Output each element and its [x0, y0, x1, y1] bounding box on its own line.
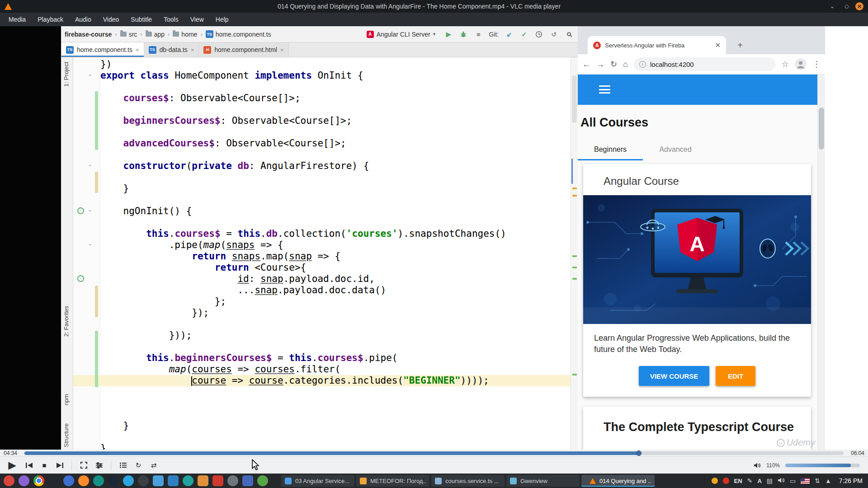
stop-button[interactable]: ■: [474, 30, 483, 39]
code-line[interactable]: ...snap.payload.doc.data(): [100, 285, 571, 296]
shuffle-button[interactable]: ⇄: [147, 459, 160, 472]
pen-tray-icon[interactable]: ✎: [747, 477, 753, 484]
toolbox-tray-icon[interactable]: [712, 478, 718, 484]
gray-app-icon[interactable]: [227, 475, 238, 486]
green-app-icon[interactable]: [257, 475, 268, 486]
menu-item-subtitle[interactable]: Subtitle: [125, 13, 158, 26]
menu-item-help[interactable]: Help: [210, 13, 235, 26]
code-line[interactable]: [100, 386, 571, 398]
code-line[interactable]: }: [100, 420, 571, 432]
code-line[interactable]: [100, 398, 571, 409]
code-line[interactable]: [100, 81, 571, 93]
menu-item-tools[interactable]: Tools: [158, 13, 184, 26]
implements-marker-icon[interactable]: ↑: [77, 207, 84, 214]
profile-avatar[interactable]: [795, 58, 807, 70]
undo-button[interactable]: ↺: [549, 30, 558, 39]
panel-hide-icon[interactable]: ▲: [825, 477, 831, 484]
code-line[interactable]: course => course.categories.includes("BE…: [100, 375, 571, 386]
play-button[interactable]: ▶: [5, 459, 20, 472]
code-line[interactable]: }: [100, 443, 571, 450]
run-button[interactable]: ▶: [444, 30, 453, 39]
code-line[interactable]: }: [100, 183, 571, 194]
breadcrumb-home[interactable]: home: [173, 31, 197, 38]
code-line[interactable]: [100, 409, 571, 420]
code-line[interactable]: return <Course>{: [100, 262, 571, 273]
font-tray-icon[interactable]: A: [757, 478, 761, 484]
code-line[interactable]: this.beginnersCourses$ = this.courses$.p…: [100, 352, 571, 364]
editor-tab-home-component-ts[interactable]: TShome.component.ts×: [61, 42, 144, 57]
fullscreen-button[interactable]: [77, 459, 90, 472]
address-bar[interactable]: i localhost:4200: [634, 57, 776, 71]
close-tab-icon[interactable]: ×: [136, 47, 139, 53]
menu-item-view[interactable]: View: [184, 13, 210, 26]
clipboard-tray-icon[interactable]: ▤: [767, 477, 773, 484]
code-line[interactable]: };: [100, 296, 571, 307]
code-line[interactable]: .pipe(map(snaps => {: [100, 239, 571, 251]
code-line[interactable]: advancedCourses$: Observable<Course[]>;: [100, 138, 571, 149]
volume-icon[interactable]: [751, 459, 764, 472]
blue-app-icon[interactable]: [63, 475, 74, 486]
security-tray-icon[interactable]: [723, 478, 729, 484]
new-tab-button[interactable]: +: [734, 40, 746, 51]
page-scrollbar-thumb[interactable]: [819, 108, 824, 150]
taskbar-window-angular-service[interactable]: 03 Angular Service...: [281, 475, 354, 487]
page-info-icon[interactable]: i: [639, 61, 646, 68]
code-area[interactable]: })export class HomeComponent implements …: [100, 59, 571, 450]
course-category-tab-advanced[interactable]: Advanced: [643, 139, 708, 160]
seek-handle[interactable]: [636, 450, 642, 456]
code-line[interactable]: courses$: Observable<Course[]>;: [100, 93, 571, 104]
code-line[interactable]: beginnersCourses$: Observable<Course[]>;: [100, 115, 571, 127]
close-button[interactable]: ✕: [855, 2, 863, 10]
code-line[interactable]: [100, 104, 571, 115]
forward-button[interactable]: →: [596, 60, 604, 69]
media-app-icon[interactable]: [212, 475, 223, 486]
edit-course-button[interactable]: EDIT: [716, 366, 755, 386]
taskbar-window-courses-service[interactable]: courses.service.ts ...: [431, 475, 505, 487]
code-line[interactable]: [100, 194, 571, 206]
editor-tab-home-component-html[interactable]: Hhome.component.html×: [199, 42, 288, 57]
breadcrumb-app[interactable]: app: [146, 31, 165, 38]
next-button[interactable]: [53, 459, 66, 472]
view-course-button[interactable]: VIEW COURSE: [639, 366, 709, 386]
course-category-tab-beginners[interactable]: Beginners: [578, 139, 643, 160]
screen-recorder-icon[interactable]: [4, 475, 14, 486]
us-flag-icon[interactable]: [801, 478, 810, 484]
playlist-button[interactable]: [117, 459, 129, 472]
steam-icon[interactable]: [108, 475, 119, 486]
extended-settings-button[interactable]: [93, 459, 105, 472]
reload-button[interactable]: ↻: [610, 59, 617, 69]
dark-app-icon[interactable]: [138, 475, 149, 486]
code-line[interactable]: return snaps.map(snap => {: [100, 251, 571, 262]
browser-tab[interactable]: A Serverless Angular with Fireba ✕: [588, 36, 726, 54]
maximize-button[interactable]: ◇: [841, 2, 853, 11]
code-line[interactable]: [100, 172, 571, 183]
history-button[interactable]: [534, 30, 543, 39]
loop-button[interactable]: ↻: [132, 459, 145, 472]
purple-app-icon[interactable]: [19, 475, 29, 486]
code-line[interactable]: }));: [100, 330, 571, 341]
editor-scrollbar[interactable]: [571, 57, 578, 450]
tool-window-button-2-favorites[interactable]: 2: Favorites: [63, 306, 70, 337]
code-line[interactable]: constructor(private db: AngularFirestore…: [100, 160, 571, 172]
git-commit-button[interactable]: ✓: [519, 30, 528, 39]
seek-slider[interactable]: [24, 451, 844, 455]
editor-tab-db-data-ts[interactable]: TSdb-data.ts×: [144, 42, 199, 57]
menu-item-playback[interactable]: Playback: [32, 13, 69, 26]
taskbar-window-vlc[interactable]: 014 Querying and ...: [581, 475, 655, 487]
code-editor[interactable]: ⌄ ⌄ ⌄ ⌄ ↑ ↑ })export class HomeComponent…: [73, 57, 578, 450]
search-everywhere-button[interactable]: [564, 30, 573, 39]
chrome-icon[interactable]: [33, 475, 44, 486]
tool-window-button-structure[interactable]: Structure: [63, 423, 70, 447]
git-update-button[interactable]: ↙: [505, 30, 514, 39]
volume-tray-icon[interactable]: [778, 477, 785, 485]
taskbar-window-meteofor[interactable]: METEOFOR: Погод...: [356, 475, 429, 487]
firefox-icon[interactable]: [78, 475, 89, 486]
breadcrumb-firebase-course[interactable]: firebase-course: [65, 31, 112, 38]
browser-menu-icon[interactable]: ⋮: [812, 59, 821, 69]
close-tab-icon[interactable]: ×: [191, 47, 194, 53]
back-button[interactable]: ←: [582, 60, 590, 69]
code-line[interactable]: this.courses$ = this.db.collection('cour…: [100, 228, 571, 239]
code-line[interactable]: [100, 127, 571, 138]
code-line[interactable]: [100, 432, 571, 443]
vscode-icon[interactable]: [168, 475, 179, 486]
